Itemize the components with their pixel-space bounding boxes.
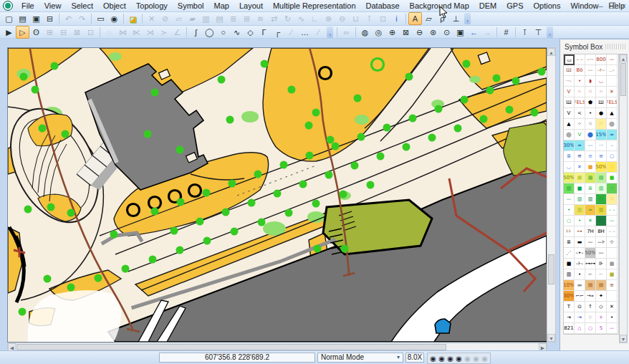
symbol-cell[interactable]: ⊙ bbox=[575, 302, 585, 312]
zoom-in-icon[interactable]: ⊕ bbox=[385, 26, 399, 39]
symbol-cell[interactable]: ✕ bbox=[607, 87, 618, 97]
symbol-cell[interactable]: ∷ bbox=[607, 183, 618, 194]
delete-icon[interactable]: ⊘ bbox=[158, 12, 172, 25]
lasso-tool-icon[interactable]: ʘ bbox=[29, 26, 43, 39]
menu-window[interactable]: Window bbox=[565, 0, 603, 12]
symbol-cell[interactable]: ∷ bbox=[596, 194, 607, 205]
symbol-cell[interactable]: ▲ bbox=[564, 119, 575, 130]
symbol-cell[interactable]: ▲ bbox=[607, 108, 618, 119]
merge-objects-icon[interactable]: ⊔ bbox=[349, 12, 362, 25]
view-forward-icon[interactable]: → bbox=[481, 26, 494, 39]
symbol-cell[interactable]: 7H bbox=[585, 226, 596, 237]
toolbar-overflow-button[interactable]: › bbox=[327, 27, 333, 38]
perpendicular-mode-icon[interactable]: ⊥ bbox=[449, 12, 463, 25]
symbol-cell[interactable]: ■ bbox=[585, 162, 596, 173]
symbol-cell[interactable]: ≡ bbox=[585, 151, 596, 162]
symbol-cell[interactable]: ⁙ bbox=[585, 87, 596, 97]
symbol-cell[interactable]: ■ bbox=[575, 183, 585, 194]
symbol-cell[interactable]: ○ bbox=[564, 216, 575, 226]
symbol-cell[interactable]: ▥ bbox=[596, 205, 607, 216]
rotate-object-icon[interactable]: ↻ bbox=[281, 12, 294, 25]
symbol-cell[interactable]: – – bbox=[575, 54, 585, 65]
symbol-cell[interactable]: ✕ bbox=[585, 216, 596, 226]
view-eye-button-7[interactable]: ◉ bbox=[481, 355, 489, 363]
symbol-cell[interactable]: ··· bbox=[596, 140, 607, 151]
rectangle-draw-mode-icon[interactable]: ◇ bbox=[244, 26, 257, 39]
symbol-cell[interactable]: ∷ bbox=[607, 194, 618, 205]
minimize-button[interactable]: – bbox=[599, 1, 603, 11]
symbol-cell[interactable]: 30% bbox=[564, 291, 575, 302]
close-button[interactable]: × bbox=[622, 1, 626, 11]
symbol-cell[interactable]: ✕ bbox=[607, 302, 618, 312]
symbol-cell[interactable]: –– bbox=[585, 65, 596, 76]
straighten-object-icon[interactable]: ∟ bbox=[308, 12, 322, 25]
insert-vertex-icon[interactable]: ⊞ bbox=[43, 26, 57, 39]
symbol-scroll-thumb[interactable] bbox=[620, 63, 626, 96]
symbol-cell[interactable]: — bbox=[607, 54, 618, 65]
symbol-cell[interactable]: ○ bbox=[607, 151, 618, 162]
pan-realtime-tool-icon[interactable]: ◎ bbox=[372, 26, 385, 39]
symbol-cell[interactable]: ▬ bbox=[575, 280, 585, 291]
symbol-cell[interactable]: — bbox=[607, 323, 618, 334]
symbol-cell[interactable]: — bbox=[596, 248, 607, 259]
symbol-cell[interactable]: < bbox=[575, 108, 585, 119]
crop-objects-icon[interactable]: ⋊ bbox=[143, 26, 157, 39]
symbol-cell[interactable]: ≋ bbox=[575, 151, 585, 162]
symbol-cell[interactable]: ∷ bbox=[607, 162, 618, 173]
symbol-cell[interactable]: ● bbox=[596, 108, 607, 119]
freehand-draw-mode-icon[interactable]: ∿ bbox=[230, 26, 244, 39]
restore-button[interactable]: ❐ bbox=[609, 1, 616, 11]
symbol-cell[interactable]: ▥ bbox=[575, 194, 585, 205]
symbol-cell[interactable]: ▤ bbox=[585, 280, 596, 291]
smooth-object-icon[interactable]: ≋ bbox=[254, 12, 267, 25]
symbol-cell[interactable]: ≡ bbox=[607, 280, 618, 291]
scroll-up-arrow[interactable]: ▲ bbox=[547, 48, 555, 56]
view-back-icon[interactable]: ← bbox=[467, 26, 481, 39]
symbol-cell[interactable]: ▥ bbox=[564, 183, 575, 194]
duplicate-object-icon[interactable]: ▱ bbox=[422, 12, 436, 25]
symbol-cell[interactable]: Ш bbox=[564, 97, 575, 108]
symbol-cell[interactable]: V bbox=[564, 108, 575, 119]
symbol-cell[interactable]: ■ bbox=[564, 259, 575, 269]
symbol-cell[interactable] bbox=[607, 76, 618, 87]
symbol-cell[interactable]: 800 bbox=[596, 54, 607, 65]
menu-file[interactable]: File bbox=[16, 0, 39, 12]
select-entire-map-icon[interactable]: ▭ bbox=[94, 12, 107, 25]
map-canvas[interactable] bbox=[7, 47, 547, 343]
zoom-selection-icon[interactable]: ⊙ bbox=[440, 26, 453, 39]
scroll-down-arrow[interactable]: ▼ bbox=[547, 334, 555, 342]
corner-point-icon[interactable]: ⊠ bbox=[70, 26, 84, 39]
laser-mode-icon[interactable]: ⁄ bbox=[312, 26, 325, 39]
transform-icon[interactable]: ⊞ bbox=[240, 12, 254, 25]
dash-point-icon[interactable]: ⊡ bbox=[84, 26, 97, 39]
symbol-cell[interactable]: ⬤ bbox=[564, 130, 575, 140]
symbol-cell[interactable]: —⊦ bbox=[596, 237, 607, 248]
mode-dropdown[interactable]: Normal Mode ▾ bbox=[317, 353, 403, 363]
object-information-icon[interactable]: i bbox=[390, 12, 403, 25]
menu-layout[interactable]: Layout bbox=[234, 0, 268, 12]
menu-multiple-representation[interactable]: Multiple Representation bbox=[268, 0, 361, 12]
symbol-cell[interactable]: ◇ bbox=[596, 302, 607, 312]
symbol-cell[interactable]: ⊶⊶ bbox=[585, 259, 596, 269]
symbol-cell[interactable]: ▬ bbox=[575, 237, 585, 248]
menu-view[interactable]: View bbox=[39, 0, 67, 12]
symbol-cell[interactable]: ⬤ bbox=[607, 119, 618, 130]
menu-database[interactable]: Database bbox=[361, 0, 405, 12]
align-objects-icon[interactable]: ≣ bbox=[226, 12, 240, 25]
symbol-cell[interactable]: ··– bbox=[564, 76, 575, 87]
symbol-cell[interactable]: ▥ bbox=[575, 205, 585, 216]
parallel-mode-icon[interactable]: ≻ bbox=[157, 26, 171, 39]
symbol-cell[interactable]: ⊹ bbox=[607, 237, 618, 248]
numeric-mode-icon[interactable]: … bbox=[298, 26, 312, 39]
move-to-front-icon[interactable]: ▰ bbox=[186, 12, 199, 25]
symbol-cell[interactable]: –·– bbox=[585, 54, 596, 65]
symbol-cell[interactable]: ⁙ bbox=[585, 119, 596, 130]
zoom-all-icon[interactable]: ⊠ bbox=[399, 26, 413, 39]
symbol-cell[interactable]: ✦ bbox=[596, 291, 607, 302]
symbol-cell[interactable]: ≈ bbox=[585, 205, 596, 216]
reverse-object-icon[interactable]: ⇄ bbox=[267, 12, 281, 25]
symbol-scroll-down[interactable]: ▼ bbox=[620, 335, 627, 343]
symbol-cell[interactable]: △ bbox=[575, 323, 585, 334]
symbol-cell[interactable]: 15% bbox=[596, 130, 607, 140]
symbol-cell[interactable]: • bbox=[585, 108, 596, 119]
